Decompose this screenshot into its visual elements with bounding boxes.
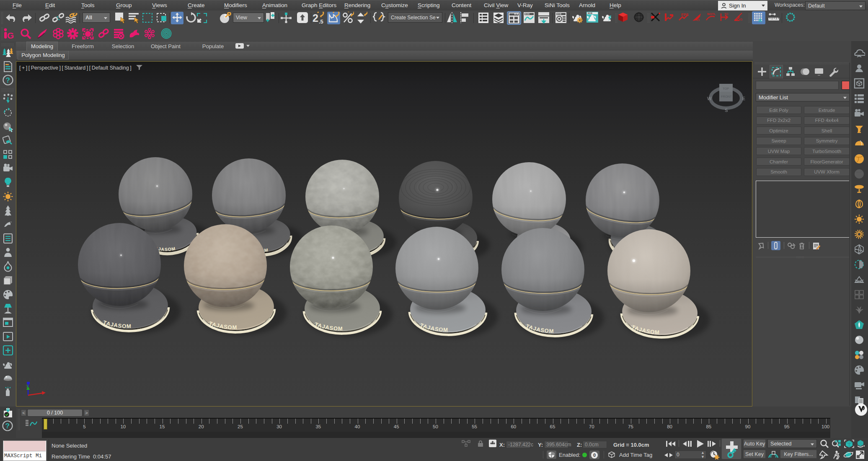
svg-text:S: S [725,108,728,113]
svg-text:FPS: FPS [681,13,689,17]
svg-text:G: G [7,31,14,39]
svg-text:W: W [707,96,711,101]
svg-text:y: y [26,383,28,388]
svg-text:E: E [742,96,745,101]
svg-text:FRONT: FRONT [721,95,732,98]
svg-text:45: 45 [696,18,700,22]
svg-text:2: 2 [313,12,318,24]
svg-text:A: A [758,18,762,23]
svg-text:NOTL: NOTL [707,12,716,16]
svg-text:TOP: TOP [723,87,729,91]
svg-text:?: ? [5,422,10,430]
svg-text:50: 50 [724,12,728,16]
svg-text:?: ? [6,76,10,84]
svg-text:45: 45 [739,18,742,21]
svg-text:.5: .5 [319,18,323,24]
